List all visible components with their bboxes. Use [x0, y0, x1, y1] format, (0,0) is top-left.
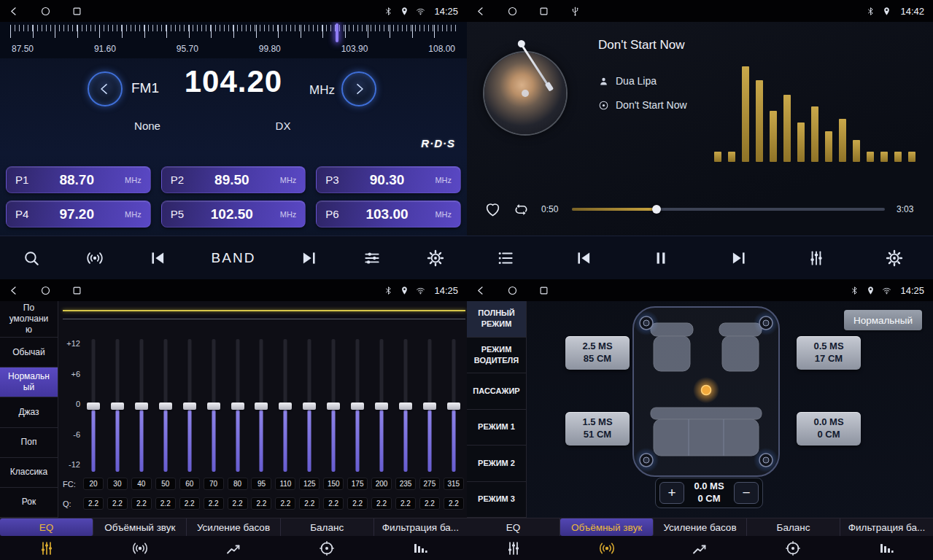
- eq-band-slider[interactable]: [395, 339, 416, 472]
- slider-thumb[interactable]: [231, 402, 244, 410]
- sound-profile-button[interactable]: Нормальный: [844, 310, 922, 330]
- playlist-icon[interactable]: [496, 249, 515, 268]
- favorite-heart-icon[interactable]: [484, 201, 501, 218]
- balance-tab-icon[interactable]: [746, 536, 840, 560]
- eq-preset-normal[interactable]: Нормальный: [0, 368, 58, 397]
- recents-button[interactable]: [538, 285, 549, 296]
- balance-tab-icon[interactable]: [280, 536, 373, 560]
- recents-button[interactable]: [71, 285, 82, 296]
- eq-band-slider[interactable]: [83, 339, 104, 472]
- seek-previous-button[interactable]: [148, 249, 167, 268]
- previous-track-button[interactable]: [574, 249, 593, 268]
- slider-thumb[interactable]: [375, 402, 388, 410]
- back-button[interactable]: [9, 285, 20, 296]
- tab-bass-boost[interactable]: Усиление басов: [654, 518, 747, 536]
- progress-bar[interactable]: [572, 208, 885, 211]
- delay-rear-right[interactable]: 0.0 MS 0 CM: [797, 412, 861, 446]
- slider-thumb[interactable]: [159, 402, 172, 410]
- tab-eq[interactable]: EQ: [467, 518, 560, 536]
- slider-thumb[interactable]: [111, 402, 124, 410]
- tab-bass-boost[interactable]: Усиление басов: [187, 518, 280, 536]
- tab-filter[interactable]: Фильтрация ба...: [840, 518, 933, 536]
- broadcast-icon[interactable]: [85, 249, 104, 268]
- eq-preset-pop[interactable]: Поп: [0, 428, 58, 458]
- surround-tab-icon[interactable]: [93, 536, 187, 560]
- eq-band-slider[interactable]: [107, 339, 128, 472]
- tuner-needle[interactable]: [336, 23, 338, 42]
- eq-band-slider[interactable]: [228, 339, 248, 472]
- eq-band-slider[interactable]: [347, 339, 368, 472]
- tab-filter[interactable]: Фильтрация ба...: [374, 518, 467, 536]
- slider-thumb[interactable]: [279, 402, 292, 410]
- slider-thumb[interactable]: [135, 402, 148, 410]
- mixer-icon[interactable]: [807, 249, 826, 268]
- eq-band-slider[interactable]: [419, 339, 440, 472]
- eq-preset-custom[interactable]: Обычай: [0, 338, 58, 368]
- tune-up-button[interactable]: [341, 71, 376, 106]
- delay-increase-button[interactable]: +: [659, 482, 684, 504]
- back-button[interactable]: [9, 6, 20, 17]
- seek-next-button[interactable]: [300, 249, 319, 268]
- eq-band-slider[interactable]: [155, 339, 176, 472]
- slider-thumb[interactable]: [351, 402, 364, 410]
- tab-balance[interactable]: Баланс: [281, 518, 374, 536]
- slider-thumb[interactable]: [207, 402, 220, 410]
- home-button[interactable]: [507, 285, 518, 296]
- eq-preset-jazz[interactable]: Джаз: [0, 397, 58, 427]
- eq-band-slider[interactable]: [323, 339, 344, 472]
- filter-tab-icon[interactable]: [373, 536, 467, 560]
- home-button[interactable]: [507, 6, 518, 17]
- eq-band-slider[interactable]: [179, 339, 200, 472]
- eq-band-slider[interactable]: [251, 339, 271, 472]
- slider-thumb[interactable]: [423, 402, 436, 410]
- eq-preset-rock[interactable]: Рок: [0, 488, 58, 518]
- slider-thumb[interactable]: [447, 402, 460, 410]
- slider-thumb[interactable]: [327, 402, 340, 410]
- preset-p6[interactable]: P6 103.00 MHz: [316, 201, 461, 228]
- slider-thumb[interactable]: [255, 402, 268, 410]
- surround-tab-icon[interactable]: [560, 536, 654, 560]
- slider-thumb[interactable]: [303, 402, 316, 410]
- pause-button[interactable]: [651, 249, 670, 268]
- recents-button[interactable]: [538, 6, 549, 17]
- preset-p1[interactable]: P1 88.70 MHz: [6, 166, 151, 193]
- filter-tab-icon[interactable]: [840, 536, 933, 560]
- slider-thumb[interactable]: [399, 402, 412, 410]
- preset-p5[interactable]: P5 102.50 MHz: [161, 201, 306, 228]
- eq-band-slider[interactable]: [275, 339, 295, 472]
- next-track-button[interactable]: [729, 249, 748, 268]
- delay-front-right[interactable]: 0.5 MS 17 CM: [797, 336, 861, 370]
- settings-gear-icon[interactable]: [885, 249, 904, 268]
- mode-2[interactable]: РЕЖИМ 2: [467, 446, 526, 482]
- settings-gear-icon[interactable]: [426, 249, 445, 268]
- repeat-icon[interactable]: [513, 201, 530, 218]
- preset-p3[interactable]: P3 90.30 MHz: [316, 166, 461, 193]
- eq-preset-default[interactable]: По умолчанию: [0, 301, 58, 338]
- eq-band-slider[interactable]: [204, 339, 224, 472]
- eq-preset-classic[interactable]: Классика: [0, 458, 58, 488]
- preset-p4[interactable]: P4 97.20 MHz: [6, 201, 151, 228]
- tab-eq[interactable]: EQ: [0, 518, 93, 536]
- mode-1[interactable]: РЕЖИМ 1: [467, 410, 526, 446]
- frequency-ruler[interactable]: 87.50 91.60 95.70 99.80 103.90 108.00: [0, 22, 467, 58]
- home-button[interactable]: [40, 285, 51, 296]
- eq-band-slider[interactable]: [371, 339, 392, 472]
- tab-balance[interactable]: Баланс: [747, 518, 840, 536]
- delay-front-left[interactable]: 2.5 MS 85 CM: [565, 336, 630, 370]
- back-button[interactable]: [476, 6, 487, 17]
- eq-tab-icon[interactable]: [467, 536, 560, 560]
- eq-band-slider[interactable]: [444, 339, 464, 472]
- mode-driver[interactable]: РЕЖИМ ВОДИТЕЛЯ: [467, 338, 526, 374]
- progress-thumb[interactable]: [652, 205, 661, 214]
- scan-button[interactable]: [22, 249, 41, 268]
- recents-button[interactable]: [71, 6, 82, 17]
- slider-thumb[interactable]: [87, 402, 100, 410]
- mode-3[interactable]: РЕЖИМ 3: [467, 482, 526, 518]
- slider-thumb[interactable]: [183, 402, 196, 410]
- eq-band-slider[interactable]: [299, 339, 320, 472]
- eq-sliders-icon[interactable]: [363, 249, 382, 268]
- bass-boost-tab-icon[interactable]: [187, 536, 280, 560]
- delay-decrease-button[interactable]: −: [734, 482, 759, 504]
- tab-surround[interactable]: Объёмный звук: [560, 518, 654, 536]
- mode-passenger[interactable]: ПАССАЖИР: [467, 373, 526, 410]
